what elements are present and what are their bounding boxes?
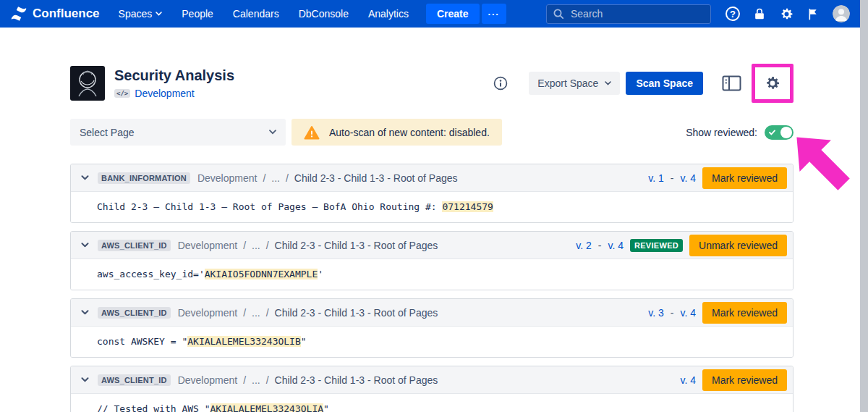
- breadcrumb: Development / ... / Child 2-3 - Child 1-…: [178, 374, 438, 386]
- snippet-text: const AWSKEY = ": [97, 336, 187, 347]
- mark-reviewed-button[interactable]: Mark reviewed: [702, 302, 787, 324]
- export-space-label: Export Space: [537, 77, 598, 89]
- breadcrumb-space[interactable]: Development: [197, 172, 258, 184]
- chevron-down-icon: [269, 130, 276, 135]
- finding-type-badge: AWS_CLIENT_ID: [98, 307, 171, 319]
- show-reviewed-control: Show reviewed:: [686, 125, 793, 140]
- toolbar-row: Select Page Auto-scan of new content: di…: [70, 119, 793, 146]
- finding-card-header: BANK_INFORMATION Development / ... / Chi…: [71, 164, 793, 192]
- create-button[interactable]: Create: [426, 4, 480, 24]
- breadcrumb-page[interactable]: Child 2-3 - Child 1-3 - Root of Pages: [275, 374, 438, 386]
- finding-type-badge: BANK_INFORMATION: [98, 172, 190, 184]
- finding-card-header: AWS_CLIENT_ID Development / ... / Child …: [71, 232, 793, 259]
- snippet-text: ": [301, 336, 307, 347]
- findings-list: BANK_INFORMATION Development / ... / Chi…: [70, 164, 793, 412]
- info-icon[interactable]: [493, 75, 509, 91]
- breadcrumb-page[interactable]: Child 2-3 - Child 1-3 - Root of Pages: [275, 240, 438, 251]
- version-to-link[interactable]: v. 4: [680, 307, 696, 319]
- finding-card-header: AWS_CLIENT_ID Development / ... / Child …: [71, 366, 793, 394]
- breadcrumb-ellipsis[interactable]: ...: [271, 172, 280, 184]
- breadcrumb-page[interactable]: Child 2-3 - Child 1-3 - Root of Pages: [294, 172, 458, 184]
- breadcrumb-ellipsis[interactable]: ...: [252, 240, 260, 251]
- finding-card: BANK_INFORMATION Development / ... / Chi…: [70, 164, 793, 223]
- confluence-home-link[interactable]: Confluence: [10, 5, 100, 22]
- version-to-link[interactable]: v. 4: [680, 374, 696, 386]
- breadcrumb: Development / ... / Child 2-3 - Child 1-…: [178, 307, 438, 319]
- space-header: Security Analysis </> Development Export…: [70, 64, 793, 103]
- secret-highlight: AKIALALEMEL33243OLIA: [210, 403, 324, 412]
- space-avatar[interactable]: [70, 66, 105, 101]
- search-input[interactable]: [569, 7, 705, 20]
- search-icon: [553, 8, 564, 20]
- version-from-link[interactable]: v. 2: [576, 240, 592, 251]
- nav-item-calendars[interactable]: Calendars: [233, 8, 279, 20]
- navbar-icon-group: ?: [726, 5, 850, 22]
- collapse-chevron-icon[interactable]: [80, 376, 90, 384]
- version-to-link[interactable]: v. 4: [608, 240, 624, 251]
- collapse-chevron-icon[interactable]: [80, 308, 90, 316]
- nav-item-spaces[interactable]: Spaces: [119, 8, 163, 20]
- breadcrumb-space[interactable]: Development: [178, 240, 238, 251]
- chevron-down-icon: [156, 12, 162, 16]
- select-page-dropdown[interactable]: Select Page: [70, 119, 286, 146]
- nav-item-analytics[interactable]: Analytics: [368, 8, 409, 20]
- warning-icon: [304, 125, 320, 140]
- breadcrumb-separator: /: [263, 172, 265, 184]
- sidebar-layout-icon[interactable]: [722, 75, 741, 91]
- mark-reviewed-button[interactable]: Mark reviewed: [702, 369, 787, 391]
- space-header-actions: Export Space Scan Space: [493, 64, 793, 103]
- breadcrumb-ellipsis[interactable]: ...: [252, 307, 260, 319]
- confluence-logo-icon: [10, 5, 27, 22]
- finding-card: AWS_CLIENT_ID Development / ... / Child …: [70, 366, 793, 412]
- space-avatar-image: [70, 66, 105, 101]
- space-meta: Security Analysis </> Development: [114, 67, 234, 99]
- select-page-label: Select Page: [80, 127, 135, 138]
- snippet-text: ': [318, 269, 323, 279]
- nav-item-dbconsole[interactable]: DbConsole: [299, 8, 349, 20]
- version-dash: -: [671, 307, 674, 319]
- collapse-chevron-icon[interactable]: [80, 174, 90, 182]
- finding-snippet: // Tested with AWS "AKIALALEMEL33243OLIA…: [71, 394, 793, 412]
- lock-icon[interactable]: [752, 7, 767, 22]
- version-from-link[interactable]: v. 1: [648, 172, 664, 184]
- breadcrumb-ellipsis[interactable]: ...: [252, 374, 260, 386]
- collapse-chevron-icon[interactable]: [80, 241, 90, 249]
- finding-card-header: AWS_CLIENT_ID Development / ... / Child …: [71, 299, 793, 327]
- secret-highlight: AKIALALEMEL33243OLIB: [187, 336, 301, 347]
- flag-icon[interactable]: [807, 7, 820, 22]
- user-avatar[interactable]: [833, 5, 850, 22]
- scan-space-button[interactable]: Scan Space: [626, 72, 703, 95]
- breadcrumb-space[interactable]: Development: [178, 374, 238, 386]
- space-settings-gear-icon[interactable]: [764, 75, 781, 92]
- breadcrumb-separator: /: [243, 240, 246, 251]
- breadcrumb-separator: /: [266, 240, 269, 251]
- mark-reviewed-button[interactable]: Mark reviewed: [702, 167, 787, 189]
- autoscan-warning-banner: Auto-scan of new content: disabled.: [292, 119, 502, 146]
- export-space-button[interactable]: Export Space: [529, 72, 620, 95]
- search-box[interactable]: [546, 4, 711, 24]
- browser-viewport: Confluence Spaces People Calendars DbCon…: [0, 0, 860, 412]
- nav-item-spaces-label: Spaces: [119, 8, 153, 20]
- breadcrumb-separator: /: [286, 172, 289, 184]
- version-dash: -: [671, 172, 674, 184]
- more-actions-button[interactable]: ···: [482, 4, 506, 24]
- finding-header-actions: v. 3 - v. 4 Mark reviewed: [648, 302, 787, 324]
- help-icon-glyph: ?: [730, 9, 736, 20]
- version-dash: -: [598, 240, 602, 251]
- nav-item-people[interactable]: People: [182, 8, 213, 20]
- space-link-development[interactable]: Development: [135, 88, 195, 99]
- breadcrumb-space[interactable]: Development: [178, 307, 238, 319]
- finding-card: AWS_CLIENT_ID Development / ... / Child …: [70, 231, 793, 290]
- show-reviewed-toggle[interactable]: [765, 125, 793, 140]
- version-to-link[interactable]: v. 4: [680, 172, 696, 184]
- breadcrumb-page[interactable]: Child 2-3 - Child 1-3 - Root of Pages: [275, 307, 438, 319]
- version-from-link[interactable]: v. 3: [648, 307, 664, 319]
- main-content: Security Analysis </> Development Export…: [70, 64, 793, 412]
- unmark-reviewed-button[interactable]: Unmark reviewed: [689, 235, 787, 256]
- help-icon[interactable]: ?: [726, 7, 740, 21]
- finding-card: AWS_CLIENT_ID Development / ... / Child …: [70, 298, 793, 358]
- check-icon: [769, 130, 775, 135]
- finding-snippet: aws_access_key_id='AKIAIO5FODNN7EXAMPLE': [71, 259, 793, 290]
- annotation-highlight-box: [752, 64, 793, 103]
- admin-gear-icon[interactable]: [779, 7, 794, 22]
